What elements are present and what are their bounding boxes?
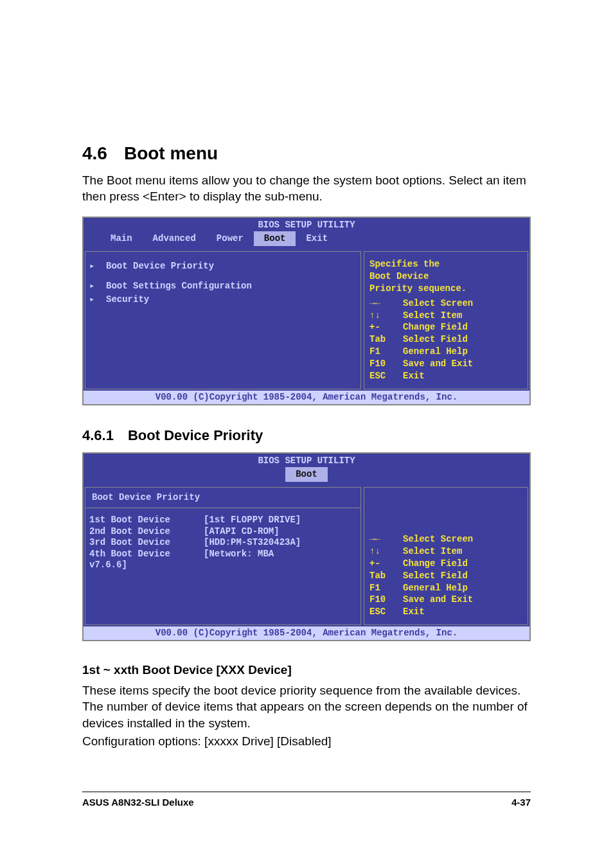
key: →← [369, 297, 396, 310]
section-title-text: Boot menu [124, 143, 218, 163]
key-row: TabSelect Field [369, 333, 522, 346]
bios-body: ▸ Boot Device Priority ▸ Boot Settings C… [84, 249, 529, 391]
key-row: F1General Help [369, 582, 522, 594]
boot-device-values: [1st FLOPPY DRIVE] [ATAPI CD-ROM] [HDD:P… [204, 515, 301, 571]
bios-header: BIOS SETUP UTILITY Main Advanced Power B… [84, 218, 529, 249]
boot-device-list: 1st Boot Device 2nd Boot Device 3rd Boot… [89, 515, 354, 571]
section-intro: The Boot menu items allow you to change … [82, 172, 531, 205]
subsection-heading: 4.6.1Boot Device Priority [82, 426, 531, 445]
key-row: ESCExit [369, 370, 522, 382]
key-row: ↑↓Select Item [369, 310, 522, 322]
bios-tabs: Boot [86, 467, 527, 483]
key-label: General Help [403, 582, 468, 594]
key: +- [369, 558, 396, 570]
bios-copyright: V00.00 (C)Copyright 1985-2004, American … [84, 626, 529, 640]
bios-help-text: Specifies the Boot Device Priority seque… [369, 258, 522, 295]
list-item-label: v7.6.6] [89, 560, 170, 571]
key: Tab [369, 570, 396, 582]
menu-boot-device-priority[interactable]: ▸ Boot Device Priority [89, 260, 354, 273]
bios-screenshot-boot-priority: BIOS SETUP UTILITY Boot Boot Device Prio… [82, 452, 531, 641]
bios-copyright: V00.00 (C)Copyright 1985-2004, American … [84, 391, 529, 404]
page-footer: ASUS A8N32-SLI Deluxe 4-37 [82, 792, 531, 809]
bios-key-legend: →←Select Screen ↑↓Select Item +-Change F… [369, 297, 522, 382]
bios-title: BIOS SETUP UTILITY [86, 219, 527, 231]
list-item-value[interactable]: [1st FLOPPY DRIVE] [204, 515, 301, 526]
key-label: Select Field [403, 333, 468, 346]
key-label: Save and Exit [403, 594, 473, 606]
menu-label: Boot Device Priority [106, 260, 214, 272]
list-item-label[interactable]: 2nd Boot Device [89, 526, 170, 538]
footer-product: ASUS A8N32-SLI Deluxe [82, 796, 194, 809]
submenu-icon: ▸ [89, 260, 98, 272]
key-row: TabSelect Field [369, 570, 522, 582]
key: ESC [369, 370, 396, 382]
submenu-icon: ▸ [89, 294, 98, 306]
bios-left-panel: Boot Device Priority 1st Boot Device 2nd… [85, 487, 361, 625]
list-item-label[interactable]: 1st Boot Device [89, 515, 170, 526]
key-row: +-Change Field [369, 558, 522, 570]
key: F10 [369, 594, 396, 606]
menu-label: Security [106, 294, 149, 306]
item-description: These items specify the boot device prio… [82, 682, 531, 732]
menu-label: Boot Settings Configuration [106, 280, 252, 292]
footer-page-number: 4-37 [511, 796, 531, 809]
list-item-value[interactable]: [ATAPI CD-ROM] [204, 526, 301, 538]
panel-header: Boot Device Priority [85, 488, 360, 508]
help-line: Boot Device [369, 270, 522, 283]
key-label: General Help [403, 346, 468, 358]
key: F1 [369, 346, 396, 358]
list-item-label[interactable]: 3rd Boot Device [89, 537, 170, 549]
key: Tab [369, 333, 396, 346]
menu-boot-settings-config[interactable]: ▸ Boot Settings Configuration [89, 279, 354, 293]
key-label: Change Field [403, 558, 468, 570]
bios-body: Boot Device Priority 1st Boot Device 2nd… [84, 485, 529, 626]
key-row: ESCExit [369, 606, 522, 618]
section-heading: 4.6Boot menu [82, 141, 531, 166]
help-line: Priority sequence. [369, 283, 522, 295]
key-label: Select Item [403, 545, 462, 558]
key-row: ↑↓Select Item [369, 545, 522, 558]
key: ESC [369, 606, 396, 618]
key-label: Select Screen [403, 533, 473, 545]
subsection-title: Boot Device Priority [128, 427, 263, 443]
tab-boot[interactable]: Boot [285, 467, 328, 482]
section-number: 4.6 [82, 143, 107, 163]
tab-boot[interactable]: Boot [254, 231, 296, 246]
key-row: →←Select Screen [369, 533, 522, 545]
boot-device-labels: 1st Boot Device 2nd Boot Device 3rd Boot… [89, 515, 170, 571]
subsection-number: 4.6.1 [82, 427, 114, 443]
key-row: →←Select Screen [369, 297, 522, 310]
key-row: F10Save and Exit [369, 358, 522, 370]
key-label: Save and Exit [403, 358, 473, 370]
item-heading: 1st ~ xxth Boot Device [XXX Device] [82, 662, 531, 678]
key-label: Exit [403, 606, 425, 618]
menu-security[interactable]: ▸ Security [89, 293, 354, 306]
key: F1 [369, 582, 396, 594]
key-row: F10Save and Exit [369, 594, 522, 606]
key: ↑↓ [369, 545, 396, 558]
submenu-icon: ▸ [89, 280, 98, 292]
item-config-options: Configuration options: [xxxxx Drive] [Di… [82, 733, 531, 750]
list-item-label[interactable]: 4th Boot Device [89, 549, 170, 560]
key: +- [369, 321, 396, 333]
key: →← [369, 533, 396, 545]
list-item-value[interactable]: [HDD:PM-ST320423A] [204, 537, 301, 549]
tab-exit[interactable]: Exit [296, 231, 338, 246]
help-line: Specifies the [369, 258, 522, 270]
tab-main[interactable]: Main [100, 231, 143, 246]
key: ↑↓ [369, 310, 396, 322]
bios-tabs: Main Advanced Power Boot Exit [86, 231, 527, 247]
bios-title: BIOS SETUP UTILITY [86, 455, 527, 467]
bios-help-panel: Specifies the Boot Device Priority seque… [364, 251, 528, 389]
key-label: Select Item [403, 310, 462, 322]
bios-key-legend: →←Select Screen ↑↓Select Item +-Change F… [369, 533, 522, 618]
key-row: F1General Help [369, 346, 522, 358]
list-item-value[interactable]: [Network: MBA [204, 549, 301, 560]
bios-help-panel: →←Select Screen ↑↓Select Item +-Change F… [364, 487, 528, 625]
tab-power[interactable]: Power [206, 231, 254, 246]
bios-screenshot-boot-menu: BIOS SETUP UTILITY Main Advanced Power B… [82, 217, 531, 405]
bios-header: BIOS SETUP UTILITY Boot [84, 454, 529, 485]
key-label: Change Field [403, 321, 468, 333]
key-row: +-Change Field [369, 321, 522, 333]
tab-advanced[interactable]: Advanced [143, 231, 206, 246]
